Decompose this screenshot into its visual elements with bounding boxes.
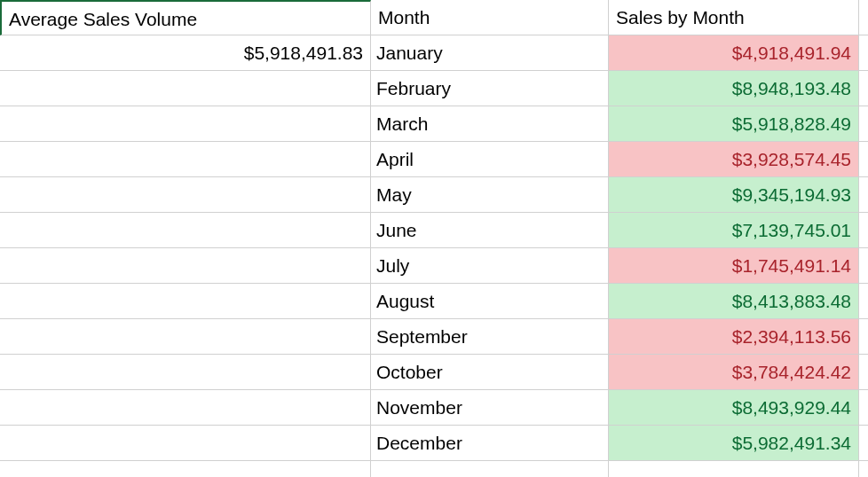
cell-sales[interactable]: $1,745,491.14 [609,248,859,284]
cell-month[interactable]: June [371,213,609,248]
cell-sales[interactable]: $3,928,574.45 [609,142,859,177]
cell-sales[interactable]: $5,982,491.34 [609,426,859,461]
empty-cell[interactable] [0,177,371,213]
cell-month[interactable]: January [371,35,609,71]
spacer-cell[interactable] [859,106,868,142]
cell-month[interactable]: July [371,248,609,284]
cell-sales[interactable]: $3,784,424.42 [609,355,859,390]
cell-average-value[interactable]: $5,918,491.83 [0,35,371,71]
cell-sales[interactable]: $7,139,745.01 [609,213,859,248]
spacer-cell[interactable] [859,0,868,35]
header-month[interactable]: Month [371,0,609,35]
spacer-cell[interactable] [859,35,868,71]
cell-sales[interactable]: $8,413,883.48 [609,284,859,319]
empty-cell[interactable] [371,461,609,477]
spacer-cell[interactable] [859,177,868,213]
empty-cell[interactable] [0,106,371,142]
cell-sales[interactable]: $4,918,491.94 [609,35,859,71]
empty-cell[interactable] [0,71,371,106]
empty-cell[interactable] [0,355,371,390]
cell-month[interactable]: October [371,355,609,390]
empty-cell[interactable] [0,319,371,355]
spacer-cell[interactable] [859,71,868,106]
empty-cell[interactable] [0,142,371,177]
cell-month[interactable]: April [371,142,609,177]
cell-month[interactable]: May [371,177,609,213]
spacer-cell[interactable] [859,461,868,477]
header-sales-by-month[interactable]: Sales by Month [609,0,859,35]
cell-month[interactable]: February [371,71,609,106]
spacer-cell[interactable] [859,248,868,284]
empty-cell[interactable] [0,390,371,426]
spacer-cell[interactable] [859,142,868,177]
spacer-cell[interactable] [859,213,868,248]
empty-cell[interactable] [0,426,371,461]
cell-sales[interactable]: $8,493,929.44 [609,390,859,426]
cell-month[interactable]: December [371,426,609,461]
cell-sales[interactable]: $8,948,193.48 [609,71,859,106]
cell-month[interactable]: August [371,284,609,319]
spacer-cell[interactable] [859,390,868,426]
spacer-cell[interactable] [859,319,868,355]
spacer-cell[interactable] [859,426,868,461]
empty-cell[interactable] [609,461,859,477]
cell-sales[interactable]: $5,918,828.49 [609,106,859,142]
empty-cell[interactable] [0,284,371,319]
empty-cell[interactable] [0,248,371,284]
spacer-cell[interactable] [859,284,868,319]
cell-sales[interactable]: $9,345,194.93 [609,177,859,213]
cell-month[interactable]: September [371,319,609,355]
cell-month[interactable]: March [371,106,609,142]
empty-cell[interactable] [0,213,371,248]
spacer-cell[interactable] [859,355,868,390]
empty-cell[interactable] [0,461,371,477]
header-average-sales-volume[interactable]: Average Sales Volume [0,0,371,35]
cell-month[interactable]: November [371,390,609,426]
cell-sales[interactable]: $2,394,113.56 [609,319,859,355]
spreadsheet-grid[interactable]: Average Sales Volume Month Sales by Mont… [0,0,868,477]
